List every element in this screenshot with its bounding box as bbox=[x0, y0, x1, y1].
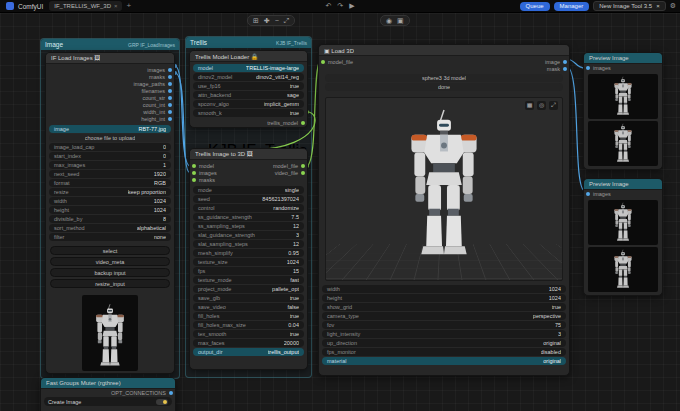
param-row[interactable]: material original bbox=[322, 357, 566, 365]
param-row[interactable]: ss_guidance_strength 7.5 bbox=[193, 213, 304, 221]
settings-gear-icon[interactable]: ⚙ bbox=[670, 2, 676, 10]
node-if-load-images[interactable]: IF Load Images 🖼 images masks image_path… bbox=[45, 52, 175, 374]
param-row[interactable]: slat_guidance_strength 3 bbox=[193, 231, 304, 239]
node-trellis-model-loader[interactable]: Trellis Model Loader 🔒 model TRELLIS-ima… bbox=[189, 50, 308, 128]
param-row[interactable]: model TRELLIS-image-large bbox=[193, 64, 304, 72]
node-preview-image-1[interactable]: Preview Image images bbox=[583, 52, 663, 170]
node-load-3d[interactable]: ▣ Load 3D model_file image bbox=[318, 44, 570, 376]
manager-button[interactable]: Manager bbox=[554, 2, 590, 11]
workflow-tab[interactable]: IF_TRELLIS_WF_3D × bbox=[49, 1, 122, 11]
output-dot[interactable] bbox=[168, 82, 172, 86]
param-row[interactable]: max_faces 20000 bbox=[193, 339, 304, 347]
param-row[interactable]: image_load_cap 0 bbox=[49, 143, 171, 151]
param-row[interactable]: tex_smooth true bbox=[193, 330, 304, 338]
titlebar-icon[interactable]: ↷ bbox=[337, 2, 343, 10]
param-row[interactable]: fps 15 bbox=[193, 267, 304, 275]
param-row[interactable]: camera_type perspective bbox=[322, 312, 566, 320]
param-row[interactable]: texture_size 1024 bbox=[193, 258, 304, 266]
input-dot[interactable] bbox=[586, 192, 590, 196]
param-row[interactable]: filter none bbox=[49, 233, 171, 241]
node-preview-image-2[interactable]: Preview Image images bbox=[583, 178, 663, 296]
param-row[interactable]: fill_holes true bbox=[193, 312, 304, 320]
node-header[interactable]: Preview Image bbox=[584, 179, 662, 190]
param-row[interactable]: show_grid true bbox=[322, 303, 566, 311]
canvas-tool-icon[interactable]: ◉ bbox=[386, 15, 392, 26]
output-dot[interactable] bbox=[168, 68, 172, 72]
param-row[interactable]: max_images 1 bbox=[49, 161, 171, 169]
output-dot[interactable] bbox=[168, 75, 172, 79]
group-trellis-header[interactable]: Trellis KJB IF_Trellis bbox=[186, 37, 311, 48]
param-row[interactable]: dinov2_model dinov2_vitl14_reg bbox=[193, 73, 304, 81]
param-row[interactable]: divisible_by 8 bbox=[49, 215, 171, 223]
param-row[interactable]: up_direction original bbox=[322, 339, 566, 347]
3d-viewport[interactable]: ▦◎⤢ bbox=[325, 97, 563, 281]
node-button[interactable]: select bbox=[50, 246, 170, 255]
param-row[interactable]: resize keep proportion bbox=[49, 188, 171, 196]
param-row[interactable]: save_glb true bbox=[193, 294, 304, 302]
node-header[interactable]: Trellis Model Loader 🔒 bbox=[190, 51, 307, 62]
tab-close-icon[interactable]: × bbox=[114, 3, 118, 9]
viewport-control-icon[interactable]: ⤢ bbox=[549, 101, 558, 110]
done-button-row[interactable]: done bbox=[325, 83, 563, 91]
param-row[interactable]: fov 75 bbox=[322, 321, 566, 329]
param-row[interactable]: slat_sampling_steps 12 bbox=[193, 240, 304, 248]
node-button[interactable]: resize_input bbox=[50, 279, 170, 288]
param-row[interactable]: texture_mode fast bbox=[193, 276, 304, 284]
param-row[interactable]: width 1024 bbox=[322, 285, 566, 293]
node-trellis-image-to-3d[interactable]: Trellis Image to 3D 🖼 model images bbox=[189, 148, 308, 370]
param-row[interactable]: use_fp16 true bbox=[193, 82, 304, 90]
node-header[interactable]: ▣ Load 3D bbox=[319, 45, 569, 56]
param-row[interactable]: mesh_simplify 0.95 bbox=[193, 249, 304, 257]
param-row[interactable]: control randomize bbox=[193, 204, 304, 212]
input-dot[interactable] bbox=[586, 66, 590, 70]
app-logo-icon[interactable] bbox=[6, 2, 14, 10]
node-header[interactable]: IF Load Images 🖼 bbox=[46, 53, 174, 64]
group-image-header[interactable]: Image GRP IF_LoadImages bbox=[41, 39, 179, 50]
param-row[interactable]: spconv_algo implicit_gemm bbox=[193, 100, 304, 108]
param-row[interactable]: start_index 0 bbox=[49, 152, 171, 160]
robot-thumbnail[interactable] bbox=[588, 200, 658, 245]
robot-thumbnail[interactable] bbox=[588, 247, 658, 292]
viewport-control-icon[interactable]: ◎ bbox=[537, 101, 546, 110]
param-row[interactable]: height 1024 bbox=[322, 294, 566, 302]
output-dot[interactable] bbox=[169, 391, 173, 395]
canvas-tool-icon[interactable]: ▣ bbox=[397, 15, 404, 26]
titlebar-icon[interactable]: ↶ bbox=[325, 2, 331, 10]
output-dot[interactable] bbox=[168, 110, 172, 114]
output-dot[interactable] bbox=[563, 67, 567, 71]
node-header[interactable]: Preview Image bbox=[584, 53, 662, 64]
param-row[interactable]: light_intensity 3 bbox=[322, 330, 566, 338]
param-row[interactable]: save_video false bbox=[193, 303, 304, 311]
input-dot[interactable] bbox=[192, 164, 196, 168]
param-row[interactable]: attn_backend sage bbox=[193, 91, 304, 99]
group-toggle-row[interactable]: Create Image bbox=[44, 397, 172, 406]
robot-3d-model[interactable] bbox=[390, 108, 498, 266]
output-dot[interactable] bbox=[301, 171, 305, 175]
node-button[interactable]: backup input bbox=[50, 268, 170, 277]
param-row[interactable]: fill_holes_max_size 0.04 bbox=[193, 321, 304, 329]
new-tab-button[interactable]: + bbox=[126, 1, 131, 11]
param-row[interactable]: width 1024 bbox=[49, 197, 171, 205]
param-row[interactable]: mode single bbox=[193, 186, 304, 194]
output-dot[interactable] bbox=[563, 60, 567, 64]
param-row[interactable]: output_dir trellis_output bbox=[193, 348, 304, 356]
output-dot[interactable] bbox=[168, 96, 172, 100]
param-row[interactable]: format RGB bbox=[49, 179, 171, 187]
input-dot[interactable] bbox=[321, 60, 325, 64]
param-row[interactable]: ss_sampling_steps 12 bbox=[193, 222, 304, 230]
canvas-tool-icon[interactable]: ⤢ bbox=[284, 15, 290, 26]
param-row[interactable]: image RBT-77.jpg bbox=[49, 125, 171, 133]
param-row[interactable]: smooth_k true bbox=[193, 109, 304, 117]
output-dot[interactable] bbox=[168, 103, 172, 107]
model-file-row[interactable]: sphere3 3d model bbox=[325, 74, 563, 82]
output-dot[interactable] bbox=[301, 164, 305, 168]
output-dot[interactable] bbox=[168, 117, 172, 121]
input-dot[interactable] bbox=[192, 171, 196, 175]
param-row[interactable]: fps_monitor disabled bbox=[322, 348, 566, 356]
node-fast-groups-muter[interactable]: Fast Groups Muter (rgthree) OPT_CONNECTI… bbox=[40, 377, 176, 411]
canvas-tool-icon[interactable]: ⊞ bbox=[253, 15, 259, 26]
titlebar-icon[interactable]: ▶ bbox=[349, 2, 354, 10]
robot-thumbnail[interactable] bbox=[588, 121, 658, 166]
node-button[interactable]: video_meta bbox=[50, 257, 170, 266]
toggle-switch[interactable] bbox=[156, 399, 168, 405]
